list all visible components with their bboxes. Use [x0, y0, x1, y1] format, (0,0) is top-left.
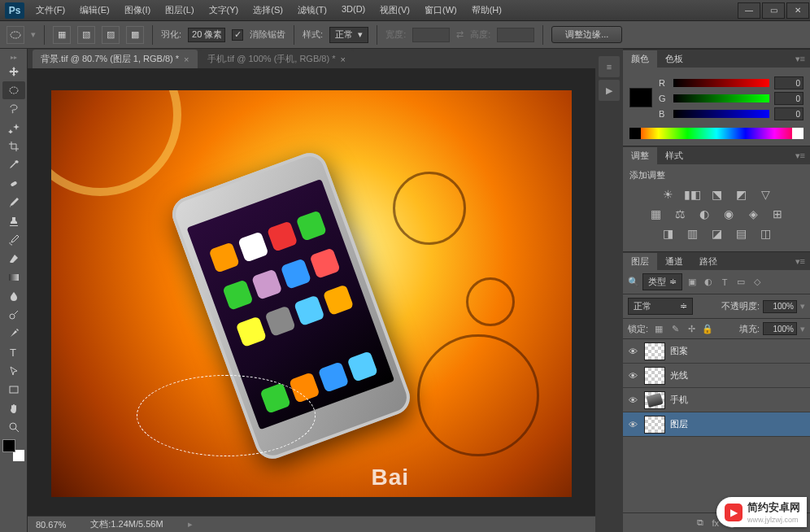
zoom-level[interactable]: 80.67%: [36, 520, 66, 530]
selection-add-icon[interactable]: ▧: [77, 26, 95, 44]
feather-input[interactable]: [188, 28, 225, 42]
search-icon[interactable]: 🔍: [628, 277, 639, 287]
close-button[interactable]: ✕: [786, 2, 809, 19]
doc-info[interactable]: 文档:1.24M/5.56M: [90, 518, 163, 530]
eraser-tool[interactable]: [2, 250, 25, 268]
vibrance-icon[interactable]: ▽: [758, 188, 773, 201]
mixer-icon[interactable]: ◈: [746, 207, 760, 220]
visibility-icon[interactable]: 👁: [626, 420, 639, 430]
panel-menu-icon[interactable]: ▾≡: [790, 54, 810, 64]
brush-tool[interactable]: [2, 194, 25, 211]
menu-3d[interactable]: 3D(D): [335, 1, 372, 20]
gradient-tool[interactable]: [2, 268, 25, 286]
eyedropper-tool[interactable]: [2, 156, 25, 174]
selective-icon[interactable]: ◫: [758, 227, 773, 240]
posterize-icon[interactable]: ▥: [685, 227, 699, 240]
filter-shape-icon[interactable]: ▭: [734, 276, 747, 289]
crop-tool[interactable]: [2, 137, 25, 155]
photo-filter-icon[interactable]: ◉: [721, 207, 736, 220]
type-tool[interactable]: T: [2, 343, 25, 361]
filter-pixel-icon[interactable]: ▣: [686, 276, 699, 289]
layer-name[interactable]: 图案: [670, 345, 807, 357]
canvas-area[interactable]: Bai: [28, 68, 595, 516]
layer-row[interactable]: 👁图案: [623, 339, 810, 364]
filter-kind-dropdown[interactable]: 类型≑: [642, 273, 682, 290]
layer-name[interactable]: 图层: [670, 418, 807, 430]
menu-help[interactable]: 帮助(H): [465, 1, 508, 20]
lock-all-icon[interactable]: 🔒: [702, 323, 713, 334]
color-swatches[interactable]: [2, 439, 25, 462]
spectrum-bar[interactable]: [629, 128, 803, 139]
close-icon[interactable]: ×: [184, 55, 189, 64]
layer-row[interactable]: 👁光线: [623, 364, 810, 388]
blend-mode-dropdown[interactable]: 正常≑: [628, 298, 693, 315]
navigator-icon[interactable]: ▶: [599, 80, 620, 101]
stamp-tool[interactable]: [2, 212, 25, 230]
style-dropdown[interactable]: 正常▾: [329, 27, 368, 43]
r-slider[interactable]: [673, 79, 769, 87]
histogram-icon[interactable]: ≡: [599, 56, 620, 77]
threshold-icon[interactable]: ◪: [709, 227, 724, 240]
dodge-tool[interactable]: [2, 306, 25, 324]
brightness-icon[interactable]: ☀: [660, 188, 675, 201]
levels-icon[interactable]: ▮◧: [685, 188, 699, 201]
path-select-tool[interactable]: [2, 362, 25, 380]
pen-tool[interactable]: [2, 325, 25, 342]
toolbox-toggle[interactable]: ▸▸: [0, 52, 27, 62]
layers-tab[interactable]: 图层: [623, 253, 657, 270]
layer-thumb[interactable]: [644, 367, 665, 385]
menu-image[interactable]: 图像(I): [118, 1, 157, 20]
channels-tab[interactable]: 通道: [657, 253, 691, 270]
marquee-tool[interactable]: [2, 81, 25, 99]
panel-menu-icon[interactable]: ▾≡: [790, 256, 810, 267]
layer-name[interactable]: 手机: [670, 394, 807, 406]
menu-window[interactable]: 窗口(W): [418, 1, 464, 20]
b-slider[interactable]: [673, 110, 769, 118]
swatches-tab[interactable]: 色板: [657, 50, 691, 68]
g-slider[interactable]: [673, 94, 769, 102]
close-icon[interactable]: ×: [340, 55, 345, 64]
gradient-map-icon[interactable]: ▤: [734, 227, 748, 240]
history-brush-tool[interactable]: [2, 231, 25, 249]
hand-tool[interactable]: [2, 399, 25, 417]
styles-tab[interactable]: 样式: [657, 147, 691, 164]
curves-icon[interactable]: ⬔: [709, 188, 724, 201]
minimize-button[interactable]: —: [738, 2, 760, 19]
layer-thumb[interactable]: [644, 416, 665, 434]
opacity-input[interactable]: [763, 300, 797, 313]
menu-edit[interactable]: 编辑(E): [73, 1, 116, 20]
layer-name[interactable]: 光线: [670, 369, 807, 382]
selection-subtract-icon[interactable]: ▨: [102, 26, 120, 44]
quick-select-tool[interactable]: [2, 119, 25, 137]
exposure-icon[interactable]: ◩: [734, 188, 748, 201]
layer-row-selected[interactable]: 👁图层: [623, 412, 810, 437]
menu-layer[interactable]: 图层(L): [159, 1, 200, 20]
lasso-tool[interactable]: [2, 100, 25, 118]
filter-smart-icon[interactable]: ◇: [751, 276, 764, 289]
visibility-icon[interactable]: 👁: [626, 395, 639, 405]
menu-file[interactable]: 文件(F): [29, 1, 72, 20]
doc-tab-inactive[interactable]: 手机.tif @ 100% (手机, RGB/8) *×: [199, 50, 354, 68]
marquee-ellipse-icon[interactable]: [7, 26, 24, 44]
shape-tool[interactable]: [2, 381, 25, 399]
b-input[interactable]: [774, 107, 803, 120]
lock-pixels-icon[interactable]: ✎: [669, 323, 681, 334]
lock-position-icon[interactable]: ✢: [686, 323, 697, 334]
visibility-icon[interactable]: 👁: [626, 371, 639, 381]
move-tool[interactable]: [2, 63, 25, 81]
filter-adjust-icon[interactable]: ◐: [702, 276, 715, 289]
color-tab[interactable]: 颜色: [623, 50, 657, 68]
bw-icon[interactable]: ◐: [697, 207, 712, 220]
adjustments-tab[interactable]: 调整: [623, 147, 657, 164]
layer-row[interactable]: 👁手机: [623, 388, 810, 412]
r-input[interactable]: [774, 76, 803, 89]
balance-icon[interactable]: ⚖: [673, 207, 687, 220]
visibility-icon[interactable]: 👁: [626, 347, 639, 356]
menu-type[interactable]: 文字(Y): [202, 1, 246, 20]
invert-icon[interactable]: ◨: [660, 227, 675, 240]
menu-view[interactable]: 视图(V): [373, 1, 416, 20]
fg-color[interactable]: [2, 439, 15, 452]
paths-tab[interactable]: 路径: [691, 253, 725, 270]
blur-tool[interactable]: [2, 287, 25, 305]
link-layers-icon[interactable]: ⧉: [697, 517, 703, 528]
